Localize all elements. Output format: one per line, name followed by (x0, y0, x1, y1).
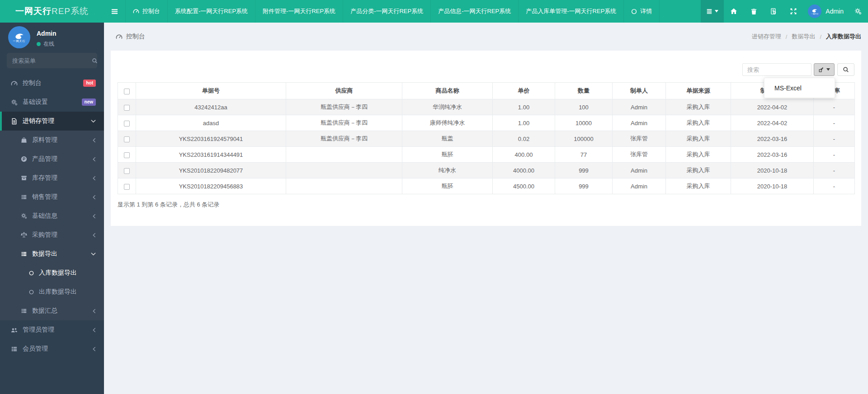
table-row[interactable]: YKS2203161924579041 瓶盖供应商－李四 瓶盖 0.02 100… (118, 131, 855, 147)
breadcrumb-separator: / (820, 33, 821, 40)
sidebar-item-label: 数据导出 (32, 250, 57, 258)
table-search-input[interactable] (742, 63, 811, 76)
menu-toggle-button[interactable] (104, 0, 126, 23)
sidebar-item-label: 基础设置 (23, 98, 48, 106)
avatar-brand-text: 一网天行 (13, 40, 26, 43)
cell-order-date: 2020-10-18 (731, 178, 814, 194)
sidebar-item-label: 出库数据导出 (39, 288, 77, 296)
chevron-down-icon (91, 119, 96, 123)
table-row[interactable]: YKS2010182209482077 纯净水 4000.00 999 Admi… (118, 163, 855, 178)
table-row[interactable]: YKS2203161914344491 瓶胚 400.00 77 张库管 采购入… (118, 147, 855, 163)
sidebar-item-data-summary[interactable]: 数据汇总 (0, 301, 104, 320)
cell-product-name: 瓶胚 (402, 147, 493, 163)
sidebar-item-inbound-data-export[interactable]: 入库数据导出 (0, 263, 104, 282)
sidebar-profile[interactable]: 一网天行 Admin 在线 (0, 23, 104, 48)
topbar-avatar: 一网天行 (808, 5, 821, 18)
window-list-button[interactable] (701, 0, 724, 23)
online-status-label: 在线 (43, 40, 54, 48)
brand-name-bold: 一网天行 (15, 5, 52, 17)
cell-tax-rate: - (814, 115, 855, 131)
row-checkbox[interactable] (124, 152, 130, 158)
dashboard-icon (11, 80, 18, 87)
row-checkbox[interactable] (124, 121, 130, 127)
sidebar-item-label: 控制台 (23, 79, 42, 87)
cell-product-name: 康师傅纯净水 (402, 115, 493, 131)
row-checkbox[interactable] (124, 136, 130, 142)
sidebar-item-label: 会员管理 (23, 345, 48, 353)
breadcrumb-link[interactable]: 进销存管理 (752, 33, 781, 41)
refresh-icon-button[interactable] (764, 0, 783, 23)
chevron-left-icon (93, 195, 96, 200)
table-row[interactable]: YKS2010182209456883 瓶胚 4500.00 999 Admin… (118, 178, 855, 194)
th-list-icon (21, 251, 27, 257)
row-checkbox[interactable] (124, 168, 130, 174)
sidebar-item-member-mgmt[interactable]: 会员管理 (0, 339, 104, 358)
tab-details[interactable]: 详情 (624, 0, 660, 23)
trash-icon-button[interactable] (744, 0, 764, 23)
file-text-icon (11, 118, 18, 125)
sidebar-item-raw-materials[interactable]: 原料管理 (0, 131, 104, 150)
cell-order-source: 采购入库 (666, 115, 731, 131)
sidebar-item-label: 产品管理 (32, 155, 57, 163)
th-list-icon (11, 346, 18, 352)
col-header-order-source: 单据来源 (666, 83, 731, 99)
sidebar-item-sales-mgmt[interactable]: 销售管理 (0, 188, 104, 206)
export-option-ms-excel[interactable]: MS-Excel (774, 84, 802, 92)
archive-box-icon (21, 175, 27, 181)
sidebar-item-basic-settings[interactable]: 基础设置 new (0, 93, 104, 112)
menu-search-box (7, 53, 97, 68)
cell-supplier (286, 147, 402, 163)
topbar-user-menu[interactable]: 一网天行 Admin (803, 0, 848, 23)
records-summary: 显示第 1 到第 6 条记录，总共 6 条记录 (118, 201, 219, 209)
table-row[interactable]: adasd 瓶盖供应商－李四 康师傅纯净水 1.00 10000 Admin 采… (118, 115, 855, 131)
table-search-button[interactable] (837, 63, 854, 76)
cogs-icon (21, 213, 27, 219)
sidebar-item-product-mgmt[interactable]: 产品管理 (0, 150, 104, 169)
tab-product-info[interactable]: 产品信息-一网天行REP系统 (431, 0, 519, 23)
tab-inbound-orders[interactable]: 产品入库单管理-一网天行REP系统 (519, 0, 624, 23)
cell-quantity: 999 (555, 178, 613, 194)
cell-unit-price: 1.00 (493, 99, 555, 115)
cell-tax-rate: - (814, 99, 855, 115)
sidebar-item-data-export[interactable]: 数据导出 (0, 244, 104, 263)
col-header-product-name: 商品名称 (402, 83, 493, 99)
content-panel: MS-Excel 单据号 供应商 商品名称 单价 数量 制单人 单据来源 制单日… (111, 51, 861, 226)
caret-down-icon (826, 68, 830, 71)
settings-icon-button[interactable] (848, 0, 868, 23)
sidebar-item-outbound-data-export[interactable]: 出库数据导出 (0, 282, 104, 301)
row-checkbox[interactable] (124, 105, 130, 111)
sidebar-item-inventory-mgmt[interactable]: 进销存管理 (0, 112, 104, 131)
home-icon-button[interactable] (724, 0, 744, 23)
new-badge: new (82, 98, 96, 106)
records-table: 单据号 供应商 商品名称 单价 数量 制单人 单据来源 制单日期 税率 4324… (118, 82, 855, 194)
tab-system-config[interactable]: 系统配置-一网天行REP系统 (168, 0, 255, 23)
sidebar-item-console[interactable]: 控制台 hot (0, 74, 104, 93)
export-icon (818, 67, 824, 73)
export-button[interactable] (814, 63, 835, 76)
tab-product-category[interactable]: 产品分类-一网天行REP系统 (343, 0, 431, 23)
brand-name-light: REP系统 (52, 5, 89, 17)
menu-search-input[interactable] (12, 57, 92, 64)
brand-logo[interactable]: 一网天行REP系统 (0, 0, 104, 23)
breadcrumb-page[interactable]: 控制台 (116, 33, 145, 41)
chevron-left-icon (93, 214, 96, 219)
sidebar-item-basic-info[interactable]: 基础信息 (0, 206, 104, 225)
p-circle-icon (21, 156, 27, 162)
table-row[interactable]: 43242412aa 瓶盖供应商－李四 华润纯净水 1.00 100 Admin… (118, 99, 855, 115)
tab-console[interactable]: 控制台 (126, 0, 168, 23)
cell-order-no: adasd (136, 115, 286, 131)
breadcrumb-link[interactable]: 数据导出 (792, 33, 815, 41)
sidebar-item-stock-mgmt[interactable]: 库存管理 (0, 169, 104, 188)
select-all-checkbox[interactable] (124, 89, 130, 94)
cell-order-date: 2022-03-16 (731, 131, 814, 147)
cell-quantity: 100 (555, 99, 613, 115)
fullscreen-icon-button[interactable] (783, 0, 803, 23)
row-checkbox[interactable] (124, 184, 130, 190)
chevron-down-icon (91, 252, 96, 256)
sidebar-item-admin-mgmt[interactable]: 管理员管理 (0, 320, 104, 339)
sidebar-item-purchasing-mgmt[interactable]: 采购管理 (0, 225, 104, 244)
chevron-left-icon (93, 176, 96, 181)
search-icon[interactable] (92, 58, 98, 64)
tab-attachments[interactable]: 附件管理-一网天行REP系统 (255, 0, 343, 23)
online-dot (37, 42, 41, 46)
